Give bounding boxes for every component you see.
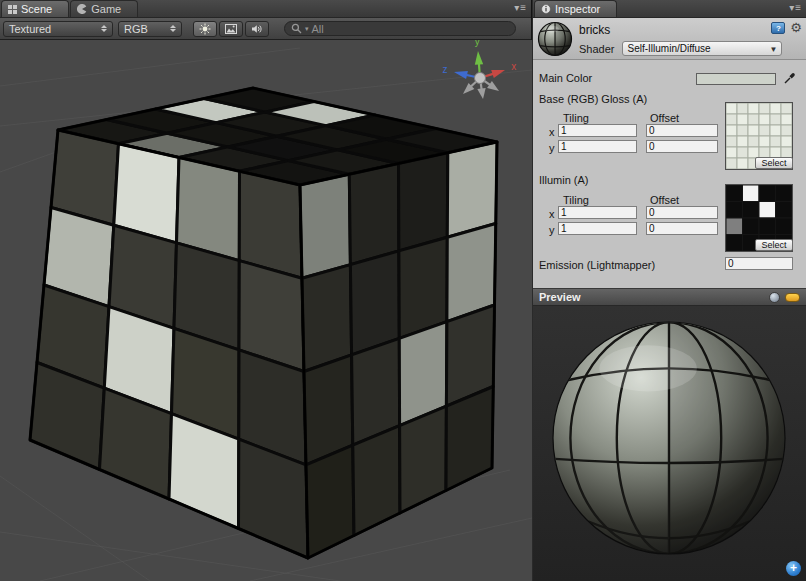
preview-sphere-mode-icon[interactable] — [769, 292, 780, 303]
scene-panel-menu-icon[interactable]: ▾≡ — [514, 2, 527, 13]
material-sphere-icon — [537, 21, 573, 57]
preview-header[interactable]: Preview — [533, 288, 806, 306]
scene-tabstrip: Scene Game ▾≡ — [0, 0, 531, 18]
illumin-offset-header: Offset — [650, 194, 679, 206]
illumin-y-label: y — [549, 224, 555, 236]
material-header: bricks Shader Self-Illumin/Diffuse ▼ ? ⚙ — [533, 18, 806, 60]
illumin-texture-select-button[interactable]: Select — [755, 239, 793, 251]
tab-inspector-label: Inspector — [555, 3, 600, 15]
base-offset-x-input[interactable] — [646, 124, 718, 137]
scene-toolbar: Textured RGB — [0, 18, 531, 40]
illumin-tiling-header: Tiling — [563, 194, 589, 206]
audio-toggle-button[interactable] — [245, 21, 269, 37]
material-thumbnail[interactable] — [537, 21, 573, 57]
search-icon — [291, 23, 302, 34]
tab-scene-label: Scene — [21, 3, 52, 15]
help-icon[interactable]: ? — [771, 22, 785, 34]
image-icon — [225, 24, 237, 34]
info-icon — [541, 4, 551, 14]
scene-viewport[interactable]: zxy — [0, 40, 532, 581]
shader-value: Self-Illumin/Diffuse — [627, 43, 710, 54]
base-tiling-header: Tiling — [563, 112, 589, 124]
material-name: bricks — [579, 23, 610, 37]
eyedropper-icon[interactable] — [782, 71, 796, 85]
add-button[interactable]: + — [786, 561, 801, 576]
game-pacman-icon — [77, 4, 87, 14]
main-color-label: Main Color — [539, 72, 592, 84]
base-tiling-y-input[interactable] — [558, 140, 637, 153]
illumin-offset-x-input[interactable] — [646, 206, 718, 219]
unity-editor-window: Scene Game ▾≡ Textured RGB — [0, 0, 806, 581]
inspector-panel-menu-icon[interactable]: ▾≡ — [789, 2, 802, 13]
chevron-down-icon: ▼ — [770, 45, 778, 54]
shader-dropdown[interactable]: Self-Illumin/Diffuse ▼ — [622, 41, 782, 56]
scene-panel: Scene Game ▾≡ Textured RGB — [0, 0, 532, 581]
color-mode-dropdown[interactable]: RGB — [118, 21, 182, 37]
tab-game-label: Game — [91, 3, 121, 15]
base-texture-select-button[interactable]: Select — [755, 157, 793, 169]
base-section-label: Base (RGB) Gloss (A) — [539, 93, 647, 105]
speaker-icon — [251, 24, 263, 34]
main-color-swatch[interactable] — [696, 73, 776, 85]
base-x-label: x — [549, 126, 555, 138]
scene-3d-render: zxy — [0, 40, 532, 581]
base-y-label: y — [549, 142, 555, 154]
material-preview-sphere — [533, 306, 806, 581]
emission-input[interactable] — [725, 257, 793, 270]
base-offset-y-input[interactable] — [646, 140, 718, 153]
illumin-x-label: x — [549, 208, 555, 220]
base-tiling-x-input[interactable] — [558, 124, 637, 137]
svg-text:x: x — [511, 61, 516, 72]
scene-grid-icon — [8, 5, 17, 14]
base-offset-header: Offset — [650, 112, 679, 124]
emission-label: Emission (Lightmapper) — [539, 259, 655, 271]
material-properties: Main Color Base (RGB) Gloss (A) Tiling O… — [533, 60, 806, 288]
lighting-toggle-button[interactable] — [193, 21, 217, 37]
scene-search-input[interactable]: ▾ All — [284, 21, 516, 36]
updown-arrows-icon — [170, 25, 176, 32]
svg-text:z: z — [442, 64, 447, 75]
sun-icon — [199, 23, 211, 35]
search-filter-arrow-icon: ▾ — [305, 25, 309, 33]
illumin-offset-y-input[interactable] — [646, 222, 718, 235]
preview-area[interactable]: + — [533, 306, 806, 581]
illumin-tiling-x-input[interactable] — [558, 206, 637, 219]
gear-icon[interactable]: ⚙ — [790, 22, 802, 34]
search-placeholder: All — [312, 23, 324, 35]
tab-game[interactable]: Game — [70, 0, 138, 17]
render-overlay-button[interactable] — [219, 21, 243, 37]
preview-title: Preview — [539, 291, 581, 303]
shader-label: Shader — [579, 43, 614, 55]
color-mode-value: RGB — [124, 23, 148, 35]
inspector-panel: Inspector ▾≡ bricks Shader Self-Illumin/… — [533, 0, 806, 581]
preview-light-toggle-icon[interactable] — [785, 293, 800, 302]
tab-inspector[interactable]: Inspector — [534, 0, 617, 17]
illumin-tiling-y-input[interactable] — [558, 222, 637, 235]
illumin-section-label: Illumin (A) — [539, 174, 589, 186]
inspector-tabstrip: Inspector ▾≡ — [533, 0, 806, 18]
tab-scene[interactable]: Scene — [1, 0, 69, 17]
draw-mode-value: Textured — [9, 23, 51, 35]
draw-mode-dropdown[interactable]: Textured — [3, 21, 113, 37]
svg-text:y: y — [475, 40, 480, 47]
updown-arrows-icon — [101, 25, 107, 32]
